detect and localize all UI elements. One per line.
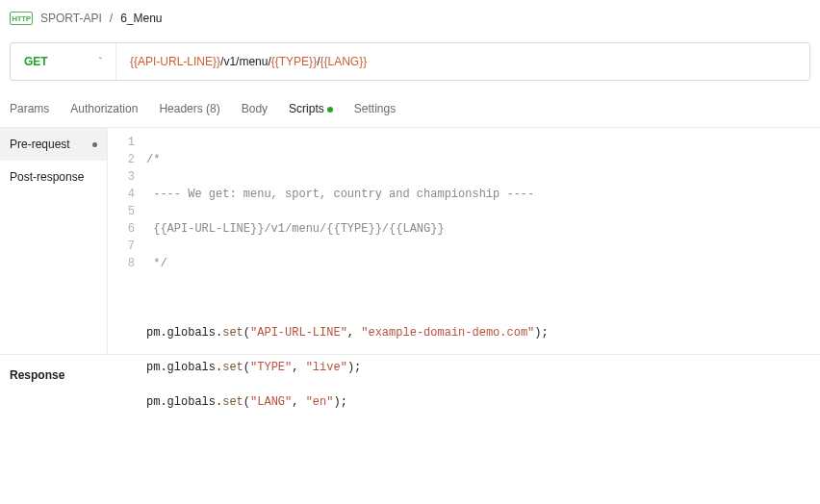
scripts-sidebar: Pre-request Post-response [0,128,108,354]
http-icon: HTTP [10,12,33,25]
url-var-type: {{TYPE}} [271,55,317,68]
tab-scripts-label: Scripts [289,102,324,115]
breadcrumb: HTTP SPORT-API / 6_Menu [0,0,820,35]
chevron-down-icon: ˇ [99,57,102,67]
method-label: GET [24,55,48,68]
scripts-editor-area: Pre-request Post-response 12345678 /* --… [0,127,820,355]
sidebar-item-label: Post-response [10,170,84,184]
sidebar-item-post-response[interactable]: Post-response [0,161,107,193]
request-bar: GET ˇ {{API-URL-LINE}} /v1/menu/ {{TYPE}… [10,42,810,81]
tab-settings[interactable]: Settings [354,98,396,119]
code-gutter: 12345678 [108,134,146,354]
request-tabs: Params Authorization Headers (8) Body Sc… [0,81,820,127]
tab-params[interactable]: Params [10,98,49,119]
tab-headers[interactable]: Headers (8) [159,98,219,119]
method-select[interactable]: GET ˇ [11,43,116,80]
breadcrumb-request[interactable]: 6_Menu [120,12,162,25]
sidebar-item-pre-request[interactable]: Pre-request [0,128,107,161]
url-var-lang: {{LANG}} [320,55,367,68]
breadcrumb-separator: / [110,12,113,25]
breadcrumb-collection[interactable]: SPORT-API [40,12,102,25]
tab-body[interactable]: Body [242,98,268,119]
url-var-api-url-line: {{API-URL-LINE}} [130,55,220,68]
tab-authorization[interactable]: Authorization [70,98,138,119]
code-content: /* ---- We get: menu, sport, country and… [146,134,820,354]
scripts-modified-dot-icon [327,107,333,113]
url-input[interactable]: {{API-URL-LINE}} /v1/menu/ {{TYPE}} / {{… [116,55,809,68]
pre-request-dot-icon [92,142,97,147]
tab-scripts[interactable]: Scripts [289,98,333,119]
url-text: /v1/menu/ [220,55,271,68]
sidebar-item-label: Pre-request [10,138,70,151]
code-editor[interactable]: 12345678 /* ---- We get: menu, sport, co… [108,128,820,354]
